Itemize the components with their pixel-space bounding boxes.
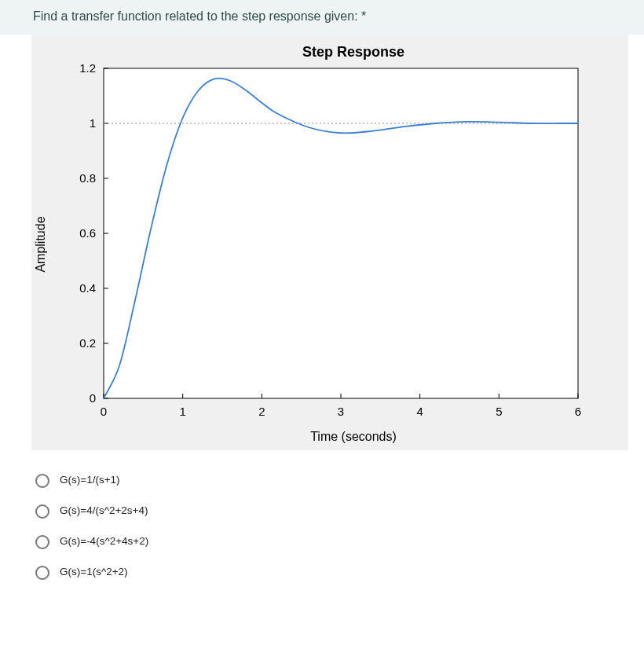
- x-tick-label: 0: [101, 405, 107, 418]
- y-axis-label: Amplitude: [34, 216, 48, 272]
- chart-svg: 00.20.40.60.811.20123456: [55, 64, 589, 425]
- plot-wrap: Amplitude 00.20.40.60.811.20123456: [55, 64, 589, 425]
- y-tick-label: 0.4: [79, 281, 96, 295]
- y-tick-label: 0.6: [79, 226, 96, 240]
- option-radio-2[interactable]: [35, 504, 49, 519]
- option-row[interactable]: G(s)=1(s^2+2): [31, 556, 644, 587]
- chart-title: Step Response: [55, 44, 644, 60]
- x-tick-label: 6: [575, 405, 581, 418]
- option-radio-3[interactable]: [35, 535, 49, 549]
- x-tick-label: 2: [258, 405, 265, 418]
- x-tick-label: 1: [179, 405, 185, 418]
- option-row[interactable]: G(s)=1/(s+1): [31, 464, 644, 495]
- option-radio-4[interactable]: [35, 566, 49, 580]
- option-label: G(s)=4/(s^2+2s+4): [60, 504, 148, 516]
- y-tick-label: 0.2: [79, 336, 96, 350]
- x-axis-label: Time (seconds): [55, 430, 644, 444]
- page-root: Find a transfer function related to the …: [0, 0, 644, 649]
- x-tick-label: 5: [496, 405, 502, 418]
- y-tick-label: 0.8: [79, 171, 96, 185]
- y-tick-label: 1.2: [79, 64, 96, 75]
- option-row[interactable]: G(s)=4/(s^2+2s+4): [31, 495, 644, 526]
- answer-options: G(s)=1/(s+1) G(s)=4/(s^2+2s+4) G(s)=-4(s…: [0, 450, 644, 587]
- option-radio-1[interactable]: [35, 474, 49, 488]
- y-tick-label: 0: [90, 391, 96, 405]
- x-tick-label: 3: [338, 405, 344, 418]
- option-label: G(s)=-4(s^2+4s+2): [60, 535, 148, 547]
- option-label: G(s)=1/(s+1): [60, 474, 120, 486]
- chart-area: Step Response Amplitude 00.20.40.60.811.…: [31, 35, 628, 450]
- plot-background: [104, 68, 578, 398]
- y-tick-label: 1: [90, 116, 96, 130]
- question-text: Find a transfer function related to the …: [0, 0, 644, 35]
- option-row[interactable]: G(s)=-4(s^2+4s+2): [31, 526, 644, 556]
- option-label: G(s)=1(s^2+2): [60, 566, 128, 578]
- x-tick-label: 4: [416, 405, 423, 418]
